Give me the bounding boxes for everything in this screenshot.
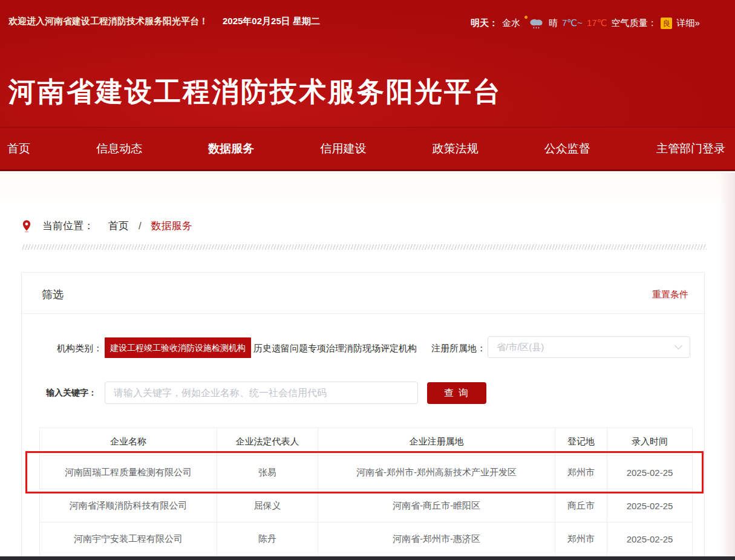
cell-registered-address: 河南省-郑州市-惠济区 (318, 523, 555, 556)
nav-item-credit[interactable]: 信用建设 (320, 141, 366, 157)
weather-widget: 明天： 金水 晴 7℃~ 17℃ 空气质量： 良 (471, 15, 700, 31)
cell-entry-time: 2025-02-25 (607, 456, 693, 489)
cell-registration-place: 郑州市 (555, 456, 607, 489)
weather-city: 金水 (502, 18, 520, 29)
table-row[interactable]: 河南省泽顺消防科技有限公司 屈保义 河南省-商丘市-睢阳区 商丘市 2025-0… (40, 489, 693, 523)
keyword-input[interactable] (105, 382, 418, 404)
cell-company-name: 河南省泽顺消防科技有限公司 (40, 489, 217, 523)
cell-registered-address: 河南省-商丘市-睢阳区 (318, 489, 555, 523)
table-row[interactable]: 河南固瑞工程质量检测有限公司 张易 河南省-郑州市-郑州高新技术产业开发区 郑州… (40, 456, 693, 489)
weather-detail-link[interactable]: 详细» (676, 18, 699, 29)
temp-high: 17℃ (587, 18, 607, 28)
cell-legal-rep: 屈保义 (217, 489, 318, 523)
region-select[interactable]: 省/市/区(县) (488, 336, 690, 358)
cell-company-name: 河南宇宁安装工程有限公司 (40, 523, 217, 556)
temp-low: 7℃~ (562, 18, 583, 28)
header-company-name: 企业名称 (40, 428, 217, 456)
nav-item-home[interactable]: 首页 (7, 141, 30, 157)
site-title: 河南省建设工程消防技术服务阳光平台 (8, 74, 502, 110)
cell-registration-place: 郑州市 (555, 523, 607, 556)
header-registration-place: 登记地 (555, 428, 607, 456)
chevron-down-icon (675, 342, 682, 350)
cell-company-name: 河南固瑞工程质量检测有限公司 (40, 456, 217, 489)
cell-legal-rep: 陈丹 (217, 523, 318, 556)
nav-item-policy[interactable]: 政策法规 (433, 141, 479, 157)
nav-item-news[interactable]: 信息动态 (96, 141, 142, 157)
reset-filters-link[interactable]: 重置条件 (652, 289, 688, 301)
search-button[interactable]: 查 询 (427, 382, 486, 404)
results-table: 企业名称 企业法定代表人 企业注册属地 登记地 录入时间 河南固瑞工程质量检测有… (39, 428, 693, 556)
category-option-selected[interactable]: 建设工程竣工验收消防设施检测机构 (105, 337, 251, 358)
right-margin-strip (719, 173, 735, 560)
filter-title: 筛选 (42, 287, 64, 302)
aqi-label: 空气质量： (611, 18, 656, 29)
table-row[interactable]: 河南宇宁安装工程有限公司 陈丹 河南省-郑州市-惠济区 郑州市 2025-02-… (40, 523, 693, 556)
location-pin-icon (22, 220, 31, 233)
slash-divider (22, 244, 707, 250)
nav-item-supervision[interactable]: 公众监督 (544, 141, 590, 157)
header-entry-time: 录入时间 (607, 428, 693, 456)
table-header-row: 企业名称 企业法定代表人 企业注册属地 登记地 录入时间 (40, 428, 693, 456)
date-text: 2025年02月25日 星期二 (223, 16, 320, 27)
weather-condition: 晴 (549, 18, 558, 29)
aqi-badge: 良 (661, 18, 672, 29)
keyword-label: 输入关键字： (46, 388, 97, 399)
site-header: 欢迎进入河南省建设工程消防技术服务阳光平台！ 2025年02月25日 星期二 明… (0, 0, 735, 127)
header-registered-address: 企业注册属地 (318, 428, 555, 456)
header-legal-rep: 企业法定代表人 (217, 428, 318, 456)
main-nav: 首页 信息动态 数据服务 信用建设 政策法规 公众监督 主管部门登录 (0, 127, 735, 171)
cloud-rain-icon (528, 17, 544, 30)
nav-item-authority-login[interactable]: 主管部门登录 (656, 141, 725, 157)
breadcrumb: 当前位置： 首页 / 数据服务 (22, 219, 192, 233)
cell-entry-time: 2025-02-25 (607, 523, 693, 556)
cell-registered-address: 河南省-郑州市-郑州高新技术产业开发区 (318, 456, 555, 489)
cell-registration-place: 商丘市 (555, 489, 607, 523)
category-option-other[interactable]: 历史遗留问题专项治理消防现场评定机构 (253, 343, 417, 354)
nav-item-data-service[interactable]: 数据服务 (208, 141, 254, 157)
panel-divider (22, 313, 704, 314)
topbar: 欢迎进入河南省建设工程消防技术服务阳光平台！ 2025年02月25日 星期二 明… (0, 15, 735, 29)
breadcrumb-home-link[interactable]: 首页 (108, 219, 129, 233)
cell-entry-time: 2025-02-25 (607, 489, 693, 523)
breadcrumb-current-link[interactable]: 数据服务 (151, 219, 192, 233)
cell-legal-rep: 张易 (217, 456, 318, 489)
region-select-placeholder: 省/市/区(县) (497, 342, 676, 353)
category-label: 机构类别： (57, 343, 102, 354)
welcome-text: 欢迎进入河南省建设工程消防技术服务阳光平台！ (8, 16, 208, 27)
page: 欢迎进入河南省建设工程消防技术服务阳光平台！ 2025年02月25日 星期二 明… (0, 0, 735, 560)
breadcrumb-separator: / (139, 220, 142, 232)
filter-panel: 筛选 重置条件 机构类别： 建设工程竣工验收消防设施检测机构 历史遗留问题专项治… (21, 272, 705, 560)
footer-edge (0, 556, 735, 560)
region-label: 注册所属地： (431, 343, 486, 354)
breadcrumb-label: 当前位置： (42, 219, 94, 233)
weather-label: 明天： (471, 18, 498, 29)
sun-dot-icon (524, 16, 528, 19)
